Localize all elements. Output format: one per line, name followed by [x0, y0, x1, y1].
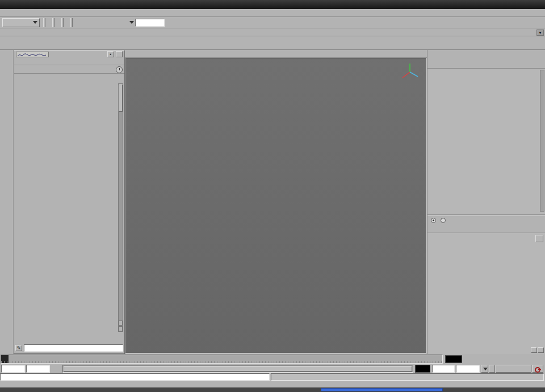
auto-keyframe-icon — [535, 366, 541, 372]
shelf-tab-bar: ▼ — [0, 28, 545, 36]
maya-window: ▼ ▪ — [0, 0, 545, 392]
time-slider[interactable] — [1, 355, 443, 364]
render-radio[interactable] — [441, 218, 446, 223]
layer-list-area[interactable] — [427, 233, 545, 354]
character-set-button[interactable] — [496, 365, 531, 373]
visor-panel: ▪ — [14, 50, 125, 354]
perspective-viewport — [125, 50, 427, 354]
channel-list-area[interactable] — [427, 69, 545, 215]
view-axis-indicator — [397, 60, 422, 85]
chevron-down-icon[interactable] — [129, 21, 134, 24]
animation-end-field[interactable] — [432, 365, 455, 373]
range-slider-bar[interactable] — [64, 366, 412, 372]
visor-logo — [16, 52, 49, 57]
channel-scrollbar[interactable] — [540, 70, 544, 212]
clock-icon[interactable] — [116, 66, 123, 73]
animation-end-field-2[interactable] — [456, 365, 480, 373]
chevron-down-icon — [33, 21, 37, 24]
create-layer-icon[interactable] — [535, 235, 543, 242]
scroll-right-icon[interactable] — [538, 347, 544, 353]
animation-start-field[interactable] — [26, 365, 50, 373]
visor-pin-icon[interactable]: ▪ — [107, 51, 114, 57]
toolbox — [0, 50, 14, 354]
chevron-down-icon — [483, 368, 488, 370]
viewport-canvas[interactable] — [125, 58, 426, 353]
character-set-prev-icon[interactable] — [489, 365, 495, 373]
command-line-input[interactable] — [0, 373, 270, 381]
titlebar[interactable] — [0, 0, 545, 9]
display-radio[interactable] — [431, 218, 436, 223]
command-line-row — [0, 373, 545, 381]
rename-icon[interactable]: ✎ — [15, 345, 22, 351]
channel-box — [427, 50, 545, 354]
scroll-left-icon[interactable] — [531, 347, 537, 353]
range-slider-track[interactable] — [62, 365, 413, 373]
desktop-taskbar — [0, 387, 545, 392]
menu-set-dropdown[interactable] — [2, 18, 40, 27]
help-icon[interactable] — [116, 51, 123, 57]
help-line — [0, 381, 545, 387]
current-frame-marker[interactable] — [1, 355, 9, 364]
shelf — [0, 36, 545, 50]
playback-start-field[interactable] — [1, 365, 25, 373]
shelf-menu-icon[interactable]: ▼ — [536, 29, 544, 36]
taskbar-active-window[interactable] — [321, 388, 443, 391]
kit-name-input[interactable] — [24, 344, 123, 352]
range-slider-row — [0, 364, 545, 373]
playback-controls — [475, 355, 544, 364]
goblin-model-green[interactable] — [328, 161, 426, 291]
window-icon[interactable] — [2, 2, 9, 8]
scroll-up-icon[interactable] — [119, 321, 123, 326]
kit-thumbnail-grid — [14, 82, 119, 325]
main-menubar — [0, 9, 545, 17]
command-line-output — [271, 373, 544, 381]
character-set-dropdown-icon[interactable] — [481, 365, 488, 373]
scrollbar-thumb[interactable] — [119, 85, 123, 112]
scroll-down-icon[interactable] — [119, 326, 123, 331]
time-slider-row — [0, 354, 545, 364]
current-time-field[interactable] — [445, 355, 462, 363]
quick-select-input[interactable] — [135, 19, 165, 27]
playback-end-field[interactable] — [415, 365, 430, 373]
visor-scrollbar[interactable] — [118, 83, 123, 332]
status-line — [0, 17, 545, 28]
auto-keyframe-button[interactable] — [532, 365, 543, 373]
